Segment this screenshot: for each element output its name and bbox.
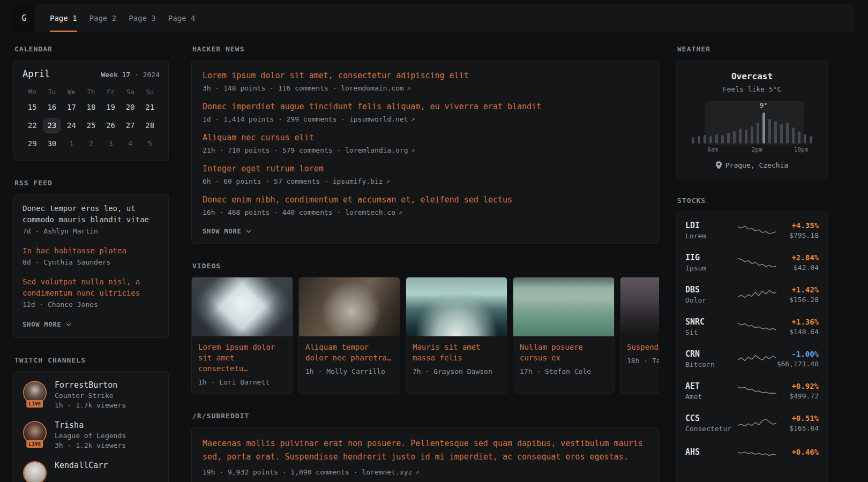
stock-row[interactable]: AHS +0.46% xyxy=(677,439,827,466)
video-title: Nullam posuere cursus ex xyxy=(520,342,608,363)
chevron-down-icon xyxy=(66,323,71,326)
hn-item-link[interactable]: Donec enim nibh, condimentum et accumsan… xyxy=(203,194,648,205)
hn-meta-text: 21h · 710 points · 579 comments · loreml… xyxy=(203,146,408,154)
video-card[interactable]: Lorem ipsum dolor sit amet consectetu… 1… xyxy=(191,277,293,394)
stock-ticker: CCS xyxy=(685,413,731,423)
external-link-icon[interactable]: ↗ xyxy=(411,115,415,123)
weather-bars xyxy=(692,112,812,144)
stock-id: CRN Bitcorn xyxy=(685,349,731,368)
tab-page-1[interactable]: Page 1 xyxy=(50,4,77,32)
stock-row[interactable]: CCS Consectetur +0.51% $165.84 xyxy=(677,407,827,439)
hn-item-link[interactable]: Lorem ipsum dolor sit amet, consectetur … xyxy=(203,70,648,81)
rss-widget: Donec tempor eros leo, ut commodo mauris… xyxy=(13,194,169,338)
subreddit-widget: Maecenas mollis pulvinar erat non posuer… xyxy=(191,427,659,482)
hn-item-link[interactable]: Aliquam nec cursus elit xyxy=(203,132,648,143)
channel-name: Trisha xyxy=(55,420,126,430)
rss-item-link[interactable]: Sed volutpat nulla nisl, a condimentum n… xyxy=(23,276,160,299)
stock-row[interactable]: DBS Dolor +1.42% $156.28 xyxy=(677,278,827,311)
calendar-day-next-month: 1 xyxy=(63,137,79,150)
dow-sa: Sa xyxy=(121,88,140,96)
avatar xyxy=(23,461,47,482)
calendar-day: 25 xyxy=(83,119,99,132)
stock-price: $795.18 xyxy=(789,231,819,239)
rss-item-meta: 12d · Chance Jones xyxy=(23,300,160,308)
video-meta: 1h · Lori Barnett xyxy=(198,378,286,386)
twitch-channel[interactable]: LIVE ForrestBurton Counter-Strike 1h · 1… xyxy=(23,380,160,409)
avatar: LIVE xyxy=(23,420,47,445)
stocks-section-title: STOCKS xyxy=(677,197,828,205)
external-link-icon[interactable]: ↗ xyxy=(415,468,419,476)
calendar-day-next-month: 5 xyxy=(142,137,158,150)
channel-name: ForrestBurton xyxy=(55,380,126,390)
stock-change: +2.84% xyxy=(791,253,819,262)
dow-su: Su xyxy=(140,88,160,96)
rss-item-meta: 7d · Ashlyn Martin xyxy=(23,227,160,235)
rss-item-link[interactable]: Donec tempor eros leo, ut commodo mauris… xyxy=(23,203,160,225)
video-card[interactable]: Suspendisse diam 18h · Tara xyxy=(620,277,659,394)
weather-location-label: Prague, Czechia xyxy=(725,161,788,169)
stock-change: +0.51% xyxy=(789,414,819,423)
hn-item-link[interactable]: Donec imperdiet augue tincidunt felis al… xyxy=(203,101,648,112)
stock-row[interactable]: AET Amet +0.92% $499.72 xyxy=(677,375,827,407)
tab-page-3[interactable]: Page 3 xyxy=(129,4,156,32)
stock-row[interactable]: IIG Ipsum +2.84% $42.04 xyxy=(677,246,827,278)
dow-we: We xyxy=(62,88,81,96)
external-link-icon[interactable]: ↗ xyxy=(411,146,415,154)
stock-row[interactable]: CRN Bitcorn -1.00% $66,171.48 xyxy=(677,343,827,375)
stock-id: SNRC Sit xyxy=(685,317,731,336)
stock-ticker: IIG xyxy=(685,253,731,262)
stocks-section: STOCKS LDI Lorem +4.35% $795.18 IIG xyxy=(676,197,828,482)
external-link-icon[interactable]: ↗ xyxy=(398,208,402,216)
app-logo[interactable]: G xyxy=(13,4,35,32)
stock-price: $165.84 xyxy=(789,424,819,432)
live-badge: LIVE xyxy=(26,440,43,448)
video-meta: 18h · Tara xyxy=(627,357,659,365)
subreddit-post-link[interactable]: Maecenas mollis pulvinar erat non posuer… xyxy=(203,437,648,464)
tab-page-4[interactable]: Page 4 xyxy=(168,4,196,32)
calendar-day-today: 23 xyxy=(44,119,60,132)
hn-show-more-button[interactable]: SHOW MORE xyxy=(203,228,251,235)
video-card[interactable]: Aliquam tempor dolor nec pharetra… 1h · … xyxy=(298,277,400,394)
subreddit-section-title: /R/SUBREDDIT xyxy=(192,412,659,420)
video-thumbnail xyxy=(406,277,507,336)
hn-item-meta: 6h · 60 points · 57 comments · ipsumify.… xyxy=(203,177,648,185)
twitch-channel[interactable]: LIVE Trisha League of Legends 3h · 1.2k … xyxy=(23,420,160,449)
external-link-icon[interactable]: ↗ xyxy=(407,84,411,92)
dow-mo: Mo xyxy=(23,88,42,96)
hn-item: Donec imperdiet augue tincidunt felis al… xyxy=(203,101,648,123)
stock-price: $156.28 xyxy=(789,296,819,304)
stock-ticker: LDI xyxy=(685,221,731,230)
stock-name: Lorem xyxy=(685,232,731,240)
channel-avatar-image xyxy=(24,462,46,482)
left-column: CALENDAR April Week 17 · 2024 Mo Tu We T… xyxy=(13,45,169,482)
rss-item-link[interactable]: In hac habitasse platea xyxy=(23,245,160,257)
time-label: 10pm xyxy=(794,146,809,153)
calendar-week-year: Week 17 · 2024 xyxy=(101,71,160,79)
hn-item-link[interactable]: Integer eget rutrum lorem xyxy=(203,163,648,174)
external-link-icon[interactable]: ↗ xyxy=(386,177,390,185)
right-column: WEATHER Overcast Feels like 5°C 9° 6am 2… xyxy=(676,45,828,482)
video-card[interactable]: Mauris sit amet massa felis 7h · Grayson… xyxy=(406,277,507,394)
calendar-year: 2024 xyxy=(143,71,160,79)
hn-meta-text: 1d · 1,414 points · 299 comments · ipsum… xyxy=(203,115,408,123)
stock-ticker: AHS xyxy=(685,447,731,457)
rss-show-more-button[interactable]: SHOW MORE xyxy=(23,321,71,328)
calendar-day-next-month: 4 xyxy=(122,137,138,150)
tab-page-2[interactable]: Page 2 xyxy=(89,4,117,32)
stock-name: Consectetur xyxy=(685,425,731,433)
rss-item: In hac habitasse platea 8d · Cynthia Sau… xyxy=(23,245,160,266)
twitch-channel[interactable]: KendallCarr xyxy=(23,461,160,482)
calendar-day: 21 xyxy=(142,101,158,114)
stock-change: +1.42% xyxy=(789,285,819,294)
stock-row[interactable]: LDI Lorem +4.35% $795.18 xyxy=(677,214,827,246)
hn-item-meta: 1d · 1,414 points · 299 comments · ipsum… xyxy=(203,115,648,123)
calendar-section: CALENDAR April Week 17 · 2024 Mo Tu We T… xyxy=(13,45,169,161)
stock-sparkline xyxy=(738,352,776,366)
stock-row[interactable]: SNRC Sit +1.36% $148.64 xyxy=(677,311,827,343)
video-card[interactable]: Nullam posuere cursus ex 17h · Stefan Co… xyxy=(513,277,615,394)
stock-price: $66,171.48 xyxy=(777,360,819,368)
stock-ticker: DBS xyxy=(685,285,731,295)
calendar-day: 18 xyxy=(83,101,99,114)
hacker-news-section-title: HACKER NEWS xyxy=(192,45,659,53)
dow-fr: Fr xyxy=(101,88,121,96)
